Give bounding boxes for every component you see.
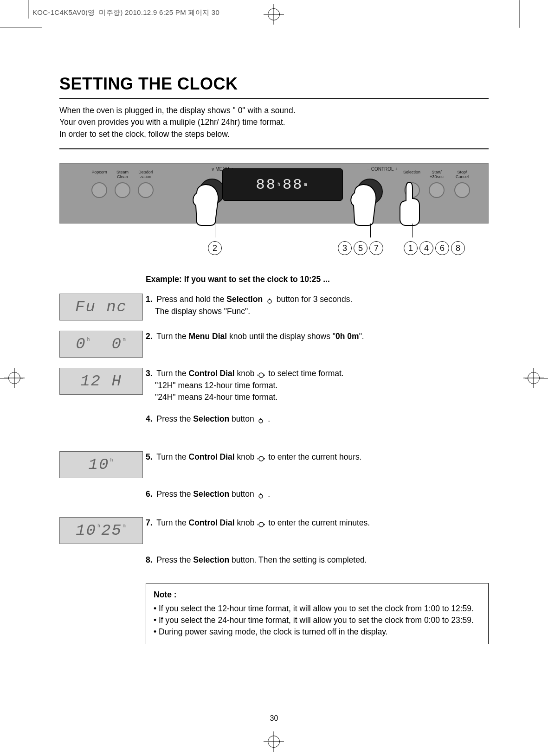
svg-point-5 (259, 522, 264, 527)
text: Press the (156, 489, 193, 499)
text: Press the (156, 414, 193, 423)
unit-h: h (87, 337, 91, 342)
callout-4: 4 (419, 241, 433, 255)
callout-2: 2 (208, 241, 222, 255)
selection-button[interactable] (404, 182, 420, 198)
button-label: Deodori zation (138, 170, 154, 180)
display-m-unit: m (304, 182, 308, 187)
note-title: Note : (154, 589, 481, 601)
step-number: 8. (146, 555, 153, 564)
registration-mark-icon (268, 8, 280, 20)
note-bullet: • If you select the 12-hour time format,… (154, 604, 474, 613)
popcorn-button-group: Popcorn (91, 170, 107, 198)
step-2: 0h 0m 2. Turn the Menu Dial knob until t… (59, 331, 489, 358)
text: "12H" means 12-hour time format. (155, 381, 277, 390)
bold: 0h 0m (335, 332, 359, 341)
steam-clean-button-group: Steam Clean (115, 170, 130, 198)
callout-leader (370, 224, 371, 237)
callout-8: 8 (451, 241, 465, 255)
button-label: Steam Clean (115, 170, 130, 180)
deodorization-button[interactable] (138, 182, 154, 198)
step-number: 3. (146, 369, 153, 378)
start-button[interactable] (429, 182, 445, 198)
selection-button-group: Selection (403, 170, 420, 198)
unit-h: h (97, 524, 101, 529)
steam-clean-button[interactable] (115, 182, 130, 198)
bold: Selection (193, 414, 229, 423)
stop-cancel-button[interactable] (454, 182, 470, 198)
intro-line: In order to set the clock, follow the st… (59, 129, 230, 139)
text: ". (359, 332, 364, 341)
text: knob (235, 452, 257, 461)
stop-button-group: Stop/ Cancel (454, 170, 470, 198)
callout-7: 7 (369, 241, 383, 255)
selection-icon (257, 416, 264, 423)
callout-1: 1 (404, 241, 418, 255)
step-text: 6. Press the Selection button . (146, 488, 489, 500)
step-text: 5. Turn the Control Dial knob to enter t… (146, 451, 489, 463)
step-text: 8. Press the Selection button. Then the … (146, 554, 489, 566)
display-minutes: 88 (283, 176, 303, 193)
menu-dial-knob[interactable] (199, 179, 225, 205)
unit-m: m (123, 337, 127, 342)
lcd-value: 25 (101, 522, 122, 539)
intro-text: When the oven is plugged in, the display… (59, 105, 489, 140)
dial-icon (258, 454, 265, 461)
text: button (229, 489, 256, 499)
text: Turn the (156, 332, 188, 341)
text: Turn the (156, 369, 188, 378)
trim-mark (0, 27, 42, 28)
registration-mark-icon (528, 372, 540, 384)
text: "24H" means 24-hour time format. (155, 392, 277, 402)
bold: Selection (193, 555, 229, 564)
text: to select time format. (268, 369, 343, 378)
intro-line: Your oven provides you with a muliple (1… (59, 117, 285, 127)
popcorn-button[interactable] (91, 182, 107, 198)
bold: Menu Dial (189, 332, 227, 341)
step-number: 7. (146, 518, 153, 527)
step-text: 2. Turn the Menu Dial knob until the dis… (146, 331, 489, 342)
svg-point-2 (259, 419, 263, 423)
deodorization-button-group: Deodori zation (138, 170, 154, 198)
text: Press and hold the (156, 295, 226, 304)
svg-point-1 (259, 373, 264, 378)
text: The display shows "Func". (155, 307, 250, 316)
text: button. Then the setting is completed. (229, 555, 367, 564)
step-number: 4. (146, 414, 153, 423)
text: button for 3 seconds. (277, 295, 352, 304)
control-dial-label: − CONTROL + (361, 167, 403, 172)
registration-mark-icon (268, 736, 280, 748)
title-rule (59, 98, 489, 99)
steps-list: Fu nc 1. Press and hold the Selection bu… (59, 294, 489, 583)
trim-mark (519, 0, 520, 28)
callout-3: 3 (338, 241, 352, 255)
text: knob until the display shows " (227, 332, 335, 341)
page-title: SETTING THE CLOCK (59, 74, 489, 94)
control-dial-knob[interactable] (357, 179, 383, 205)
unit-h: h (110, 458, 114, 463)
svg-point-0 (268, 300, 271, 303)
button-label: Popcorn (91, 170, 107, 180)
text: Turn the (156, 518, 188, 527)
callout-6: 6 (435, 241, 449, 255)
page-content: SETTING THE CLOCK When the oven is plugg… (59, 74, 489, 644)
text: to enter the current hours. (268, 452, 361, 461)
step-8: 8. Press the Selection button. Then the … (59, 554, 489, 573)
dial-icon (258, 371, 265, 378)
dial-icon (258, 520, 265, 527)
control-panel-figure: Popcorn Steam Clean Deodori zation ∨ MEN… (59, 163, 489, 261)
step-3: 12 H 3. Turn the Control Dial knob to se… (59, 368, 489, 403)
svg-point-4 (259, 494, 263, 498)
button-label: Stop/ Cancel (454, 170, 470, 180)
bold: Selection (226, 295, 263, 304)
bold: Selection (193, 489, 229, 499)
button-label: Start/ +30sec (429, 170, 445, 180)
lcd-value: 0 (76, 335, 86, 353)
start-button-group: Start/ +30sec (429, 170, 445, 198)
example-heading: Example: If you want to set the clock to… (146, 275, 489, 284)
step-5: 10h 5. Turn the Control Dial knob to ent… (59, 451, 489, 478)
step-6: 6. Press the Selection button . (59, 488, 489, 507)
lcd-10h: 10h (59, 451, 143, 478)
unit-m: m (123, 524, 127, 529)
svg-point-3 (259, 456, 264, 461)
